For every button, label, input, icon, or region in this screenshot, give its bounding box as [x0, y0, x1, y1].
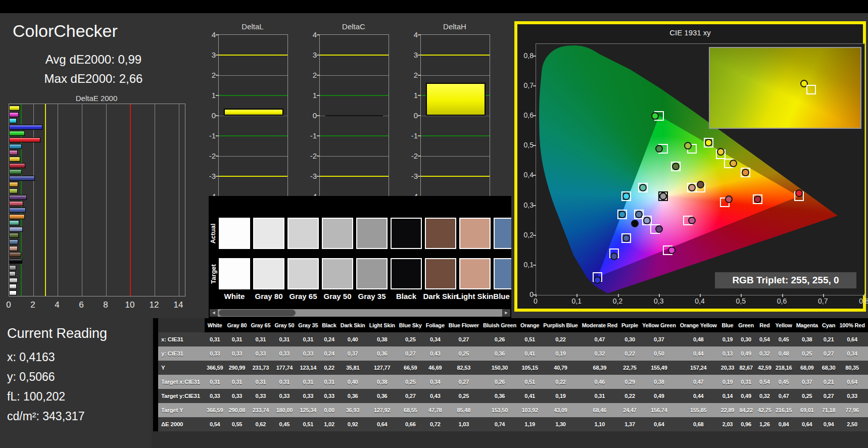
swatch-blue-sky[interactable]: [494, 218, 511, 249]
table-cell: 40,79: [541, 361, 580, 375]
table-cell: 0,31: [249, 332, 272, 346]
col-header: 100% Red: [837, 318, 866, 332]
table-cell: 0,50: [640, 346, 678, 361]
swatch-white[interactable]: [219, 218, 250, 249]
col-header: Yellow: [774, 318, 794, 332]
table-cell: 68,30: [820, 361, 838, 375]
table-cell: 0,31: [320, 375, 338, 389]
table-cell: 0,25: [447, 389, 481, 403]
table-cell: 0,47: [678, 375, 719, 389]
colorchecker-screen: ColorChecker Avg dE2000: 0,99 Max dE2000…: [0, 0, 868, 448]
table-cell: 216,15: [774, 403, 794, 417]
de-bar-light-skin: [9, 246, 18, 251]
tick-mark: [700, 294, 701, 297]
swatch-black[interactable]: [391, 258, 422, 289]
gridline: [219, 116, 287, 116]
table-cell: 0,64: [640, 417, 678, 431]
gridline: [421, 75, 490, 76]
de-bar-foliage: [9, 233, 19, 238]
swatch-blue-sky[interactable]: [494, 258, 511, 289]
table-cell: 0,25: [447, 346, 481, 361]
tick-mark: [216, 75, 219, 76]
table-cell: 0,37: [339, 346, 367, 361]
cie-x-tick: 0,6: [772, 297, 792, 305]
yellow-limit-line: [320, 55, 389, 56]
swatch-gray-35[interactable]: [356, 258, 388, 289]
table-cell: 0,31: [225, 332, 249, 346]
scroll-left-icon[interactable]: ◄: [210, 309, 218, 317]
swatch-light-skin[interactable]: [459, 258, 491, 289]
table-cell: 0,31: [249, 375, 272, 389]
table-cell: 0,94: [820, 417, 838, 431]
de-bar-yellow-green: [9, 188, 18, 193]
table-cell: 0,19: [541, 389, 580, 403]
de-bar-red: [9, 163, 25, 168]
table-cell: 2,03: [719, 417, 737, 431]
swatch-light-skin[interactable]: [459, 218, 491, 249]
table-cell: 22,89: [719, 403, 737, 417]
col-header: Cyan: [820, 318, 838, 332]
scrollbar-thumb[interactable]: [219, 310, 296, 316]
table-cell: 127,77: [367, 361, 397, 375]
tick-mark: [533, 145, 536, 146]
swatch-gray-50[interactable]: [322, 258, 353, 289]
table-cell: 0,45: [774, 375, 794, 389]
tick-mark: [536, 294, 537, 297]
table-cell: 0,24: [320, 332, 338, 346]
avg-de2000-value: Avg dE2000: 0,99: [10, 53, 177, 67]
swatch-gray-80[interactable]: [253, 218, 284, 249]
table-cell: 0,27: [447, 375, 481, 389]
row-header: Target x:CIE31: [158, 375, 205, 389]
table-cell: 0,54: [756, 375, 774, 389]
table-cell: 0,41: [518, 389, 541, 403]
gridline: [219, 75, 287, 76]
table-cell: 0,33: [249, 389, 272, 403]
swatch-scrollbar[interactable]: ◄ ►: [210, 309, 510, 317]
swatch-gray-65[interactable]: [287, 218, 319, 249]
table-cell: 1,02: [320, 417, 338, 431]
table-cell: 0,49: [736, 346, 756, 361]
swatch-gray-65[interactable]: [287, 258, 319, 289]
table-cell: 80,35: [837, 361, 866, 375]
table-cell: 36,93: [339, 403, 367, 417]
swatch-label: Blue Sky: [487, 292, 511, 301]
table-cell: 0,48: [678, 332, 719, 346]
col-header: Gray 50: [272, 318, 296, 332]
table-row: Target Y366,59290,08233,74180,00125,340,…: [158, 403, 868, 417]
swatch-gray-35[interactable]: [356, 218, 388, 249]
col-header: Gray 80: [225, 318, 249, 332]
measured-point-22: [688, 217, 696, 224]
table-cell: 123,14: [296, 361, 320, 375]
tick-mark: [418, 34, 421, 35]
cie-x-tick: 0,5: [731, 297, 751, 305]
swatch-gray-80[interactable]: [253, 258, 284, 289]
table-cell: 0,25: [397, 375, 424, 389]
swatch-dark-skin[interactable]: [425, 218, 456, 249]
table-cell: 0,43: [424, 389, 447, 403]
delta-y-tick: 2: [408, 71, 418, 79]
table-cell: 180,00: [272, 403, 296, 417]
swatch-gray-50[interactable]: [322, 218, 353, 249]
swatch-dark-skin[interactable]: [425, 258, 456, 289]
scroll-right-icon[interactable]: ►: [502, 309, 510, 317]
swatch-white[interactable]: [219, 258, 250, 289]
table-cell: 69,01: [794, 403, 820, 417]
col-header: Magenta: [794, 318, 820, 332]
de-bar-blue-sky: [9, 239, 18, 244]
swatch-black[interactable]: [391, 218, 422, 249]
table-cell: 0,36: [367, 389, 397, 403]
measured-point-29: [705, 139, 712, 146]
col-header: Purple: [619, 318, 640, 332]
cie-x-tick: 0,8: [854, 297, 868, 305]
table-cell: 0,33: [225, 346, 249, 361]
col-header: Green: [736, 318, 756, 332]
table-cell: 85,48: [447, 403, 481, 417]
table-cell: 0,34: [424, 332, 447, 346]
table-cell: 0,33: [205, 389, 225, 403]
table-cell: 0,22: [541, 332, 580, 346]
de-bar-yellow: [9, 157, 20, 162]
measured-point-14: [725, 195, 733, 203]
delta-y-tick: 4: [307, 30, 317, 39]
table-cell: 0,37: [794, 375, 820, 389]
row-header: Target Y: [158, 403, 205, 417]
